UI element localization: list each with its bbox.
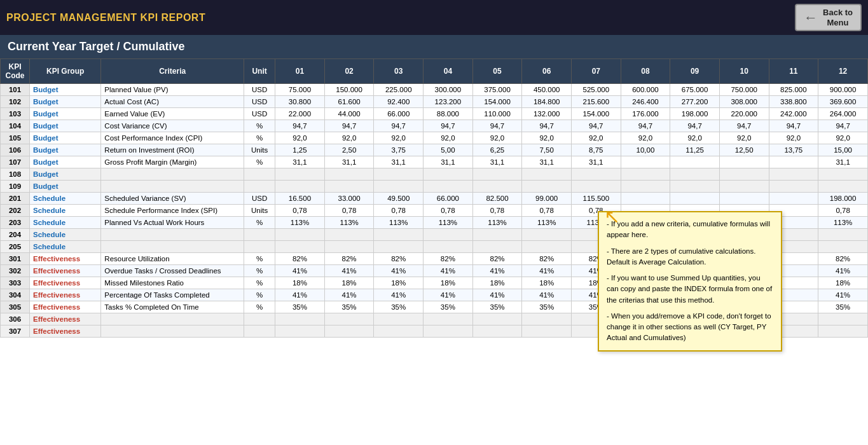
cell-value: 66.000: [424, 193, 473, 205]
cell-value: [719, 168, 769, 181]
col-header-10: 10: [719, 59, 769, 84]
back-to-menu-button[interactable]: ← Back toMenu: [795, 4, 862, 31]
col-header-06: 06: [522, 59, 572, 84]
cell-criteria: Cost Variance (CV): [101, 120, 244, 132]
cell-value: [472, 313, 522, 325]
cell-kpi-group: Budget: [29, 168, 100, 181]
cell-unit: %: [244, 289, 275, 301]
table-row: 107 Budget Gross Profit Margin (Margin) …: [1, 156, 868, 168]
cell-unit: %: [244, 265, 275, 277]
cell-unit: %: [244, 277, 275, 289]
cell-criteria: Actual Cost (AC): [101, 96, 244, 108]
cell-value: 94,7: [769, 120, 818, 132]
cell-value: 35%: [324, 301, 374, 313]
cell-value: 41%: [818, 289, 868, 301]
cell-criteria: Missed Milestones Ratio: [101, 277, 244, 289]
cell-value: [374, 229, 424, 241]
cell-value: 0,78: [275, 205, 325, 217]
col-header-11: 11: [769, 59, 818, 84]
tooltip-line2: - There are 2 types of cumulative calcul…: [607, 246, 773, 268]
cell-kpi-code: 304: [1, 289, 30, 301]
cell-value: 82%: [818, 253, 868, 265]
cell-value: [621, 156, 670, 168]
col-header-07: 07: [571, 59, 621, 84]
cell-kpi-group: Budget: [29, 181, 100, 193]
cell-kpi-group: Effectiveness: [29, 301, 100, 313]
cell-value: 31,1: [472, 156, 522, 168]
table-row: 108 Budget: [1, 168, 868, 181]
cell-criteria: Return on Investment (ROI): [101, 144, 244, 156]
col-header-04: 04: [424, 59, 473, 84]
cell-value: 825.000: [769, 84, 818, 96]
cell-value: 15,00: [818, 144, 868, 156]
cell-kpi-group: Budget: [29, 84, 100, 96]
cell-value: 123.200: [424, 96, 473, 108]
cell-value: 92,0: [719, 132, 769, 144]
cell-value: [769, 168, 818, 181]
cell-value: 1,25: [275, 144, 325, 156]
cell-value: 18%: [522, 277, 572, 289]
cell-criteria: [101, 168, 244, 181]
cell-unit: [244, 181, 275, 193]
cell-value: 31,1: [275, 156, 325, 168]
cell-value: 82%: [275, 253, 325, 265]
cell-value: 82%: [324, 253, 374, 265]
cell-value: 246.400: [621, 96, 670, 108]
cell-unit: [244, 325, 275, 338]
cell-kpi-group: Budget: [29, 156, 100, 168]
table-row: 104 Budget Cost Variance (CV) % 94,794,7…: [1, 120, 868, 132]
cell-value: 33.000: [324, 193, 374, 205]
cell-kpi-group: Schedule: [29, 241, 100, 253]
cell-kpi-code: 107: [1, 156, 30, 168]
cell-value: [719, 181, 769, 193]
table-header-row: KPICode KPI Group Criteria Unit 01 02 03…: [1, 59, 868, 84]
cell-value: 41%: [275, 265, 325, 277]
cell-value: 18%: [818, 277, 868, 289]
cell-value: 150.000: [324, 84, 374, 96]
cell-unit: [244, 229, 275, 241]
cell-kpi-group: Schedule: [29, 217, 100, 229]
cell-value: [374, 241, 424, 253]
cell-value: [621, 168, 670, 181]
cell-kpi-code: 106: [1, 144, 30, 156]
table-row: 109 Budget: [1, 181, 868, 193]
cell-value: 41%: [472, 265, 522, 277]
cell-value: 44.000: [324, 108, 374, 120]
cell-value: [670, 193, 720, 205]
cell-value: 94,7: [621, 120, 670, 132]
cell-value: 35%: [424, 301, 473, 313]
cell-value: 300.000: [424, 84, 473, 96]
cell-unit: USD: [244, 108, 275, 120]
cell-value: 338.800: [769, 96, 818, 108]
cell-value: [571, 181, 621, 193]
cell-value: [324, 181, 374, 193]
cell-value: 82.500: [472, 193, 522, 205]
cell-value: [522, 325, 572, 338]
cell-criteria: Resource Utilization: [101, 253, 244, 265]
cell-unit: Units: [244, 144, 275, 156]
back-button-label: Back toMenu: [823, 8, 853, 27]
table-row: 201 Schedule Scheduled Variance (SV) USD…: [1, 193, 868, 205]
cell-kpi-group: Schedule: [29, 193, 100, 205]
col-header-12: 12: [818, 59, 868, 84]
cell-value: 675.000: [670, 84, 720, 96]
cell-value: 94,7: [424, 120, 473, 132]
cell-value: 82%: [522, 253, 572, 265]
cell-value: 113%: [324, 217, 374, 229]
table-row: 101 Budget Planned Value (PV) USD 75.000…: [1, 84, 868, 96]
cell-criteria: Scheduled Variance (SV): [101, 193, 244, 205]
cell-kpi-code: 302: [1, 265, 30, 277]
tooltip-box: ↖ - If you add a new criteria, cumulativ…: [598, 211, 782, 352]
cell-value: [472, 229, 522, 241]
cell-value: 215.600: [571, 96, 621, 108]
cell-kpi-code: 105: [1, 132, 30, 144]
cell-value: 61.600: [324, 96, 374, 108]
cell-value: 220.000: [719, 108, 769, 120]
cell-unit: [244, 313, 275, 325]
cell-value: 113%: [424, 217, 473, 229]
cell-value: 41%: [472, 289, 522, 301]
cell-kpi-code: 301: [1, 253, 30, 265]
cell-criteria: [101, 181, 244, 193]
cell-kpi-code: 205: [1, 241, 30, 253]
cell-value: 375.000: [472, 84, 522, 96]
